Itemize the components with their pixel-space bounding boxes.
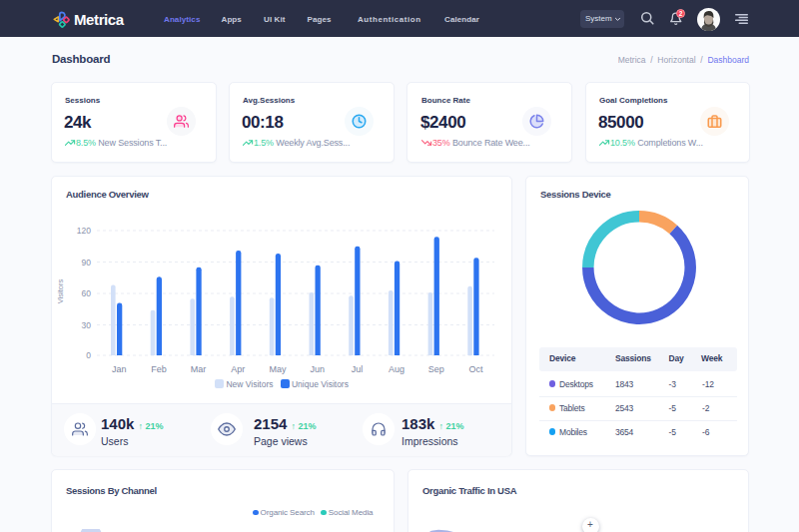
svg-text:Jul: Jul [352,364,364,374]
svg-text:30: 30 [82,320,92,330]
svg-text:0: 0 [86,350,91,360]
svg-text:Sep: Sep [428,364,444,374]
svg-text:Mar: Mar [191,364,207,374]
svg-text:60: 60 [82,288,92,298]
svg-text:Visitors: Visitors [56,279,65,304]
svg-text:May: May [269,364,287,374]
svg-text:Feb: Feb [151,364,167,374]
svg-text:90: 90 [82,258,92,267]
svg-text:Oct: Oct [468,364,483,374]
svg-text:Jan: Jan [112,364,127,374]
svg-text:Apr: Apr [231,364,245,374]
svg-text:120: 120 [77,226,91,236]
svg-text:Jun: Jun [310,364,325,374]
svg-text:Aug: Aug [389,364,404,374]
